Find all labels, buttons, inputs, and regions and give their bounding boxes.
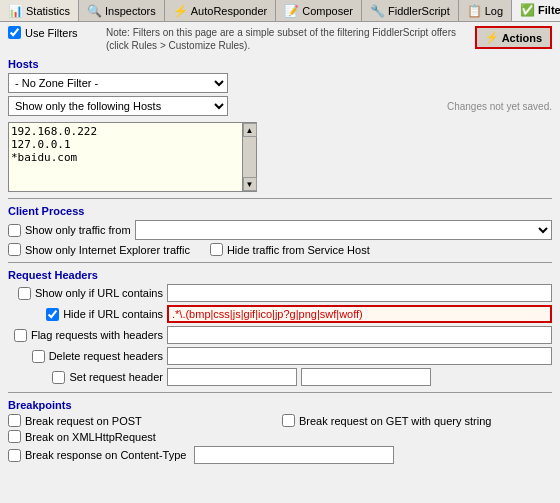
log-icon: 📋 — [467, 4, 482, 18]
set-header-row: Set request header — [8, 368, 552, 386]
tab-fiddlerscript[interactable]: 🔧 FiddlerScript — [362, 0, 459, 21]
break-xmlhttp-checkbox[interactable] — [8, 430, 21, 443]
break-post-row: Break request on POST Break request on G… — [8, 414, 552, 427]
use-filters-toggle[interactable]: Use Filters — [8, 26, 98, 39]
composer-icon: 📝 — [284, 4, 299, 18]
ie-traffic-label: Show only Internet Explorer traffic — [8, 243, 190, 256]
delete-headers-input[interactable] — [167, 347, 552, 365]
hide-url-input[interactable] — [167, 305, 552, 323]
changes-note: Changes not yet saved. — [447, 101, 552, 112]
set-header-value-input[interactable] — [301, 368, 431, 386]
zone-filter-dropdown[interactable]: - No Zone Filter -Show only Intranet Hos… — [8, 73, 228, 93]
show-url-row: Show only if URL contains — [8, 284, 552, 302]
tab-autoresponder[interactable]: ⚡ AutoResponder — [165, 0, 276, 21]
scroll-down-arrow[interactable]: ▼ — [243, 177, 257, 191]
hosts-controls: - No Zone Filter -Show only Intranet Hos… — [8, 73, 552, 192]
request-headers-section: Request Headers Show only if URL contain… — [8, 269, 552, 386]
break-post-col: Break request on POST — [8, 414, 278, 427]
hide-service-checkbox[interactable] — [210, 243, 223, 256]
break-get-col: Break request on GET with query string — [282, 414, 552, 427]
host-filter-dropdown[interactable]: Show allShow only the following HostsHid… — [8, 96, 228, 116]
show-url-label-container: Show only if URL contains — [8, 287, 163, 300]
set-header-checkbox[interactable] — [52, 371, 65, 384]
hosts-scrollbar: ▲ ▼ — [243, 122, 257, 192]
host-filter-row: Show allShow only the following HostsHid… — [8, 96, 552, 116]
tab-statistics[interactable]: 📊 Statistics — [0, 0, 79, 21]
zone-filter-row: - No Zone Filter -Show only Intranet Hos… — [8, 73, 552, 93]
client-process-label: Client Process — [8, 205, 552, 217]
request-headers-label: Request Headers — [8, 269, 552, 281]
tab-inspectors[interactable]: 🔍 Inspectors — [79, 0, 165, 21]
filters-panel: Use Filters Note: Filters on this page a… — [0, 22, 560, 471]
hosts-textarea[interactable]: 192.168.0.222 127.0.0.1 *baidu.com — [8, 122, 243, 192]
break-content-input[interactable] — [194, 446, 394, 464]
break-xmlhttp-row: Break on XMLHttpRequest — [8, 430, 552, 443]
tab-composer[interactable]: 📝 Composer — [276, 0, 362, 21]
ie-traffic-row: Show only Internet Explorer traffic Hide… — [8, 243, 552, 256]
break-post-checkbox[interactable] — [8, 414, 21, 427]
breakpoints-section: Breakpoints Break request on POST Break … — [8, 399, 552, 464]
flag-headers-label-container: Flag requests with headers — [8, 329, 163, 342]
delete-headers-label-container: Delete request headers — [8, 350, 163, 363]
break-get-checkbox[interactable] — [282, 414, 295, 427]
filter-note: Note: Filters on this page are a simple … — [98, 26, 475, 52]
breakpoints-label: Breakpoints — [8, 399, 552, 411]
show-traffic-checkbox[interactable] — [8, 224, 21, 237]
show-traffic-label: Show only traffic from — [8, 224, 131, 237]
scroll-up-arrow[interactable]: ▲ — [243, 123, 257, 137]
flag-headers-input[interactable] — [167, 326, 552, 344]
break-content-row: Break response on Content-Type — [8, 446, 552, 464]
set-header-name-input[interactable] — [167, 368, 297, 386]
fiddlerscript-icon: 🔧 — [370, 4, 385, 18]
show-url-input[interactable] — [167, 284, 552, 302]
break-content-label: Break response on Content-Type — [8, 449, 186, 462]
break-post-label: Break request on POST — [8, 414, 142, 427]
hosts-area-container: 192.168.0.222 127.0.0.1 *baidu.com ▲ ▼ — [8, 122, 552, 192]
flag-headers-checkbox[interactable] — [14, 329, 27, 342]
break-content-checkbox[interactable] — [8, 449, 21, 462]
set-header-label-container: Set request header — [8, 371, 163, 384]
traffic-source-dropdown[interactable] — [135, 220, 552, 240]
break-get-label: Break request on GET with query string — [282, 414, 491, 427]
use-filters-label: Use Filters — [25, 27, 78, 39]
use-filters-checkbox[interactable] — [8, 26, 21, 39]
tab-filters[interactable]: ✅ Filters — [512, 0, 560, 21]
delete-headers-checkbox[interactable] — [32, 350, 45, 363]
actions-icon: ⚡ — [485, 31, 499, 44]
inspectors-icon: 🔍 — [87, 4, 102, 18]
show-url-checkbox[interactable] — [18, 287, 31, 300]
break-xmlhttp-col: Break on XMLHttpRequest — [8, 430, 552, 443]
show-traffic-row: Show only traffic from — [8, 220, 552, 240]
tab-bar: 📊 Statistics 🔍 Inspectors ⚡ AutoResponde… — [0, 0, 560, 22]
ie-traffic-checkbox[interactable] — [8, 243, 21, 256]
actions-button[interactable]: ⚡ Actions — [475, 26, 552, 49]
scroll-track — [243, 137, 256, 177]
flag-headers-row: Flag requests with headers — [8, 326, 552, 344]
hide-url-label-container: Hide if URL contains — [8, 308, 163, 321]
tab-log[interactable]: 📋 Log — [459, 0, 512, 21]
filters-icon: ✅ — [520, 3, 535, 17]
hide-service-label: Hide traffic from Service Host — [210, 243, 370, 256]
autoresponder-icon: ⚡ — [173, 4, 188, 18]
break-xmlhttp-label: Break on XMLHttpRequest — [8, 430, 156, 443]
hosts-section: Hosts - No Zone Filter -Show only Intran… — [8, 58, 552, 192]
client-process-section: Client Process Show only traffic from Sh… — [8, 205, 552, 256]
hide-url-row: Hide if URL contains — [8, 305, 552, 323]
hosts-section-label: Hosts — [8, 58, 552, 70]
top-bar: Use Filters Note: Filters on this page a… — [8, 26, 552, 52]
delete-headers-row: Delete request headers — [8, 347, 552, 365]
hide-url-checkbox[interactable] — [46, 308, 59, 321]
statistics-icon: 📊 — [8, 4, 23, 18]
